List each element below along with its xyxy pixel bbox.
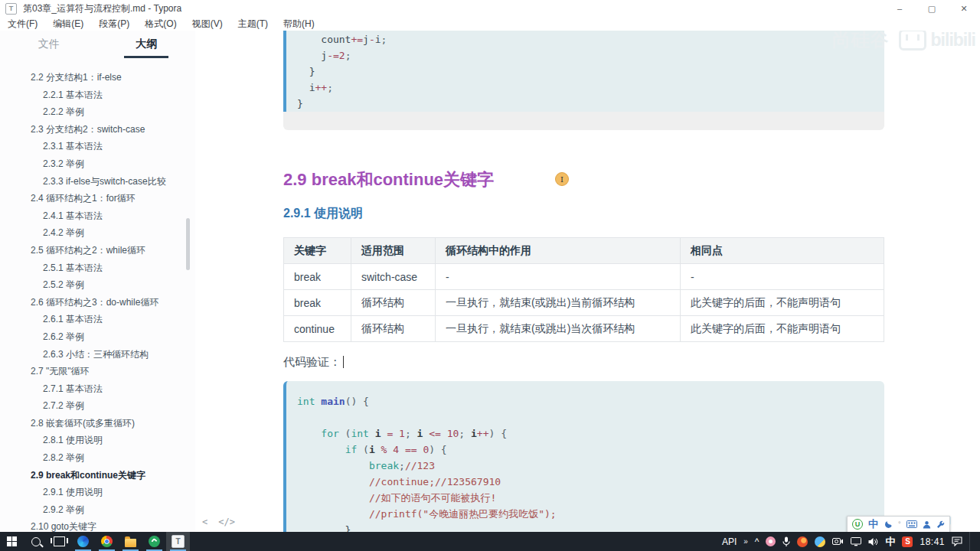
outline-item[interactable]: 2.9 break和continue关键字 xyxy=(0,467,195,484)
outline-item[interactable]: 2.8.2 举例 xyxy=(0,449,195,467)
table-cell[interactable]: 循环结构 xyxy=(351,316,436,342)
table-cell[interactable]: 此关键字的后面，不能声明语句 xyxy=(681,316,884,342)
ime-fullwidth-icon[interactable]: ° xyxy=(898,520,901,528)
editor-pane[interactable]: count+=j-i; j-=2; } i++;} 2.9 break和cont… xyxy=(195,31,980,532)
section-heading[interactable]: 2.9 break和continue关键字 xyxy=(283,168,494,191)
menu-item[interactable]: 格式(O) xyxy=(145,18,176,31)
subsection-heading[interactable]: 2.9.1 使用说明 xyxy=(283,206,363,222)
code-line[interactable]: //如下的语句不可能被执行! xyxy=(297,490,884,506)
menu-item[interactable]: 主题(T) xyxy=(238,18,268,31)
code-line[interactable]: //continue;//123567910 xyxy=(297,474,884,490)
table-cell[interactable]: 此关键字的后面，不能声明语句 xyxy=(681,290,884,316)
display-tray-icon[interactable] xyxy=(851,537,861,546)
close-button[interactable]: ✕ xyxy=(948,0,980,17)
ime-moon-icon[interactable] xyxy=(884,520,893,529)
table-cell[interactable]: switch-case xyxy=(351,264,436,290)
hidden-icons-chevron[interactable]: ^ xyxy=(755,536,760,547)
code-line[interactable]: } xyxy=(297,64,884,80)
code-line[interactable]: //printf("今晚迪丽热巴要约我吃饭"); xyxy=(297,506,884,522)
outline-item[interactable]: 2.3.1 基本语法 xyxy=(0,138,195,155)
outline-item[interactable]: 2.10 goto关键字 xyxy=(0,518,195,532)
outline-item[interactable]: 2.3.3 if-else与switch-case比较 xyxy=(0,173,195,191)
taskbar-typora[interactable]: T xyxy=(166,532,190,551)
volume-icon[interactable] xyxy=(868,537,878,546)
menu-item[interactable]: 编辑(E) xyxy=(53,18,83,31)
outline-item[interactable]: 2.3.2 举例 xyxy=(0,155,195,173)
outline-item[interactable]: 2.6.1 基本语法 xyxy=(0,311,195,328)
outline-item[interactable]: 2.3 分支结构2：switch-case xyxy=(0,121,195,139)
code-caption[interactable]: 代码验证： xyxy=(283,355,344,370)
table-cell[interactable]: - xyxy=(681,264,884,290)
outline-item[interactable]: 2.5 循环结构之2：while循环 xyxy=(0,242,195,259)
code-line[interactable]: for (int i = 1; i <= 10; i++) { xyxy=(297,425,884,442)
outline-item[interactable]: 2.5.1 基本语法 xyxy=(0,259,195,277)
outline-item[interactable]: 2.6 循环结构之3：do-while循环 xyxy=(0,294,195,311)
sidebar-tab[interactable]: 文件 xyxy=(0,37,98,51)
table-header-cell[interactable]: 适用范围 xyxy=(351,238,436,264)
clock[interactable]: 18:41 xyxy=(920,536,945,547)
code-line[interactable]: i++; xyxy=(297,80,884,96)
start-button[interactable] xyxy=(0,532,24,551)
outline-item[interactable]: 2.4 循环结构之1：for循环 xyxy=(0,190,195,207)
minimize-button[interactable]: – xyxy=(884,0,916,17)
code-line[interactable]: } xyxy=(297,522,884,532)
table-cell[interactable]: 一旦执行，就结束(或跳出)当次循环结构 xyxy=(436,316,681,342)
language-indicator[interactable]: 中 xyxy=(885,535,895,549)
ime-u-mode-icon[interactable]: U xyxy=(852,519,863,530)
search-button[interactable] xyxy=(24,532,47,551)
menu-item[interactable]: 视图(V) xyxy=(192,18,223,31)
code-line[interactable]: break;//123 xyxy=(297,458,884,474)
taskbar-green-app[interactable] xyxy=(142,532,166,551)
outline-item[interactable]: 2.7 "无限"循环 xyxy=(0,363,195,380)
code-block-bottom[interactable]: int main() { for (int i = 1; i <= 10; i+… xyxy=(283,381,884,532)
ime-language-icon[interactable]: 中 xyxy=(868,517,878,531)
ime-keyboard-icon[interactable] xyxy=(906,520,917,528)
table-cell[interactable]: break xyxy=(284,264,351,290)
sogou-icon[interactable]: S xyxy=(902,536,913,547)
outline-item[interactable]: 2.2.1 基本语法 xyxy=(0,86,195,104)
ime-profile-icon[interactable] xyxy=(923,520,931,529)
sidebar-tab[interactable]: 大纲 xyxy=(98,37,196,51)
microphone-icon[interactable] xyxy=(782,536,790,547)
outline-item[interactable]: 2.9.2 举例 xyxy=(0,501,195,519)
code-line[interactable]: count+=j-i; xyxy=(297,31,884,47)
maximize-button[interactable]: ▢ xyxy=(916,0,948,17)
qq-tray-icon[interactable] xyxy=(815,536,825,547)
taskbar-file-explorer[interactable] xyxy=(119,532,142,551)
menu-item[interactable]: 段落(P) xyxy=(99,18,129,31)
outline-item[interactable]: 2.8.1 使用说明 xyxy=(0,432,195,449)
keyword-table[interactable]: 关键字适用范围循环结构中的作用相同点 breakswitch-case--bre… xyxy=(283,237,884,342)
code-line[interactable]: if (i % 4 == 0) { xyxy=(297,442,884,458)
code-line[interactable]: int main() { xyxy=(297,393,884,409)
outline-item[interactable]: 2.2.2 举例 xyxy=(0,103,195,121)
flame-tray-icon[interactable] xyxy=(797,536,808,547)
code-line[interactable] xyxy=(297,409,884,425)
outline-item[interactable]: 2.7.1 基本语法 xyxy=(0,380,195,398)
taskbar-chrome[interactable] xyxy=(95,532,119,551)
source-code-mode-icon[interactable]: </> xyxy=(218,517,235,527)
recorder-tray-icon[interactable] xyxy=(832,537,844,546)
table-cell[interactable]: 循环结构 xyxy=(351,290,436,316)
ime-toolbar[interactable]: U 中 ° xyxy=(847,516,950,533)
menu-item[interactable]: 文件(F) xyxy=(8,18,38,31)
outline-item[interactable]: 2.8 嵌套循环(或多重循环) xyxy=(0,415,195,432)
ime-settings-wrench-icon[interactable] xyxy=(936,520,945,529)
table-header-cell[interactable]: 相同点 xyxy=(681,238,884,264)
tray-expand-icon[interactable]: » xyxy=(743,537,748,546)
table-header-cell[interactable]: 循环结构中的作用 xyxy=(436,238,681,264)
code-line[interactable]: j-=2; xyxy=(297,47,884,64)
action-center-icon[interactable] xyxy=(952,536,962,546)
table-cell[interactable]: continue xyxy=(284,316,351,342)
outline-item[interactable]: 2.4.2 举例 xyxy=(0,224,195,242)
outline-item[interactable]: 2.9.1 使用说明 xyxy=(0,484,195,501)
task-view-button[interactable] xyxy=(47,532,71,551)
flower-tray-icon[interactable] xyxy=(766,536,776,546)
outline-item[interactable]: 2.7.2 举例 xyxy=(0,397,195,415)
code-block-top[interactable]: count+=j-i; j-=2; } i++;} xyxy=(283,31,884,130)
outline-item[interactable]: 2.6.2 举例 xyxy=(0,328,195,346)
table-cell[interactable]: - xyxy=(436,264,681,290)
code-line[interactable]: } xyxy=(297,96,884,112)
show-desktop-button[interactable] xyxy=(969,532,974,551)
outline-item[interactable]: 2.4.1 基本语法 xyxy=(0,207,195,225)
taskbar-edge[interactable] xyxy=(71,532,95,551)
